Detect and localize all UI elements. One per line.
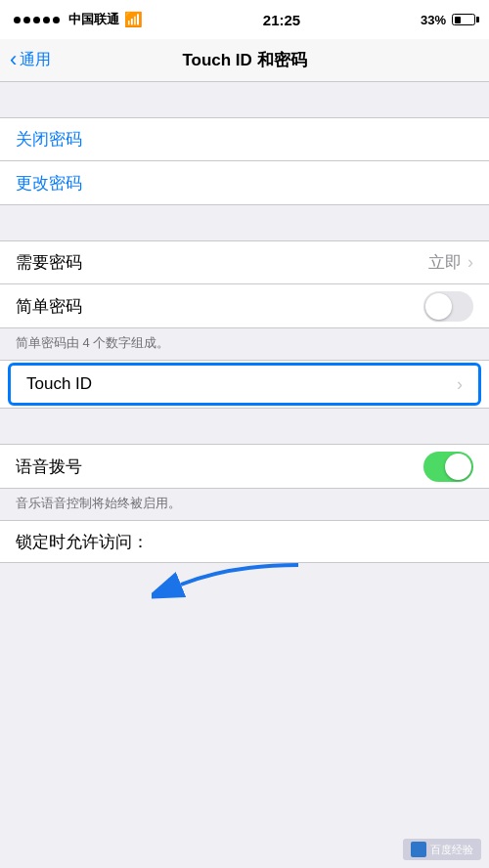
touch-id-label: Touch ID (26, 374, 92, 394)
watermark: 百度经验 (403, 839, 481, 860)
close-password-label: 关闭密码 (16, 128, 82, 151)
wifi-icon: 📶 (124, 11, 143, 28)
back-button[interactable]: ‹ 通用 (10, 50, 51, 70)
section-spacer-2 (0, 205, 489, 240)
lock-access-label: 锁定时允许访问： (16, 531, 149, 553)
touch-id-section: Touch ID › (0, 360, 489, 409)
navigation-bar: ‹ 通用 Touch ID 和密码 (0, 39, 489, 82)
passcode-options-section: 需要密码 立即 › 简单密码 (0, 240, 489, 328)
back-chevron-icon: ‹ (10, 49, 17, 70)
touch-id-row[interactable]: Touch ID › (8, 363, 481, 406)
password-actions-section: 关闭密码 更改密码 (0, 117, 489, 205)
simple-passcode-row[interactable]: 简单密码 (0, 284, 489, 327)
simple-passcode-label: 简单密码 (16, 295, 82, 318)
simple-passcode-description: 简单密码由 4 个数字组成。 (0, 328, 489, 360)
change-password-row[interactable]: 更改密码 (0, 161, 489, 204)
require-passcode-row[interactable]: 需要密码 立即 › (0, 241, 489, 284)
baidu-logo (411, 842, 426, 857)
voice-dial-label: 语音拨号 (16, 456, 82, 478)
section-spacer-3 (0, 409, 489, 444)
voice-dial-row[interactable]: 语音拨号 (0, 445, 489, 488)
simple-passcode-toggle[interactable] (423, 291, 473, 322)
require-passcode-label: 需要密码 (16, 251, 82, 274)
voice-dial-description: 音乐语音控制将始终被启用。 (0, 489, 489, 520)
require-passcode-chevron-icon: › (467, 252, 473, 273)
time-label: 21:25 (263, 12, 300, 28)
battery-percent: 33% (421, 13, 446, 27)
back-label: 通用 (20, 50, 51, 70)
voice-dial-toggle-knob (445, 454, 471, 480)
lock-access-row[interactable]: 锁定时允许访问： (0, 520, 489, 563)
toggle-knob (425, 293, 452, 320)
require-passcode-value: 立即 › (428, 251, 473, 274)
status-bar: 中国联通 📶 21:25 33% (0, 0, 489, 39)
voice-section: 语音拨号 (0, 444, 489, 489)
carrier-label: 中国联通 (68, 11, 119, 28)
watermark-text: 百度经验 (430, 843, 473, 857)
battery-icon (452, 14, 475, 25)
close-password-row[interactable]: 关闭密码 (0, 118, 489, 161)
change-password-label: 更改密码 (16, 172, 82, 195)
signal-icon (14, 17, 60, 23)
voice-dial-toggle[interactable] (423, 452, 473, 482)
section-spacer-1 (0, 82, 489, 117)
touch-id-chevron-icon: › (457, 374, 463, 395)
page-title: Touch ID 和密码 (182, 49, 306, 71)
bottom-filler (0, 563, 489, 661)
status-left: 中国联通 📶 (14, 11, 143, 28)
status-right: 33% (421, 13, 475, 27)
